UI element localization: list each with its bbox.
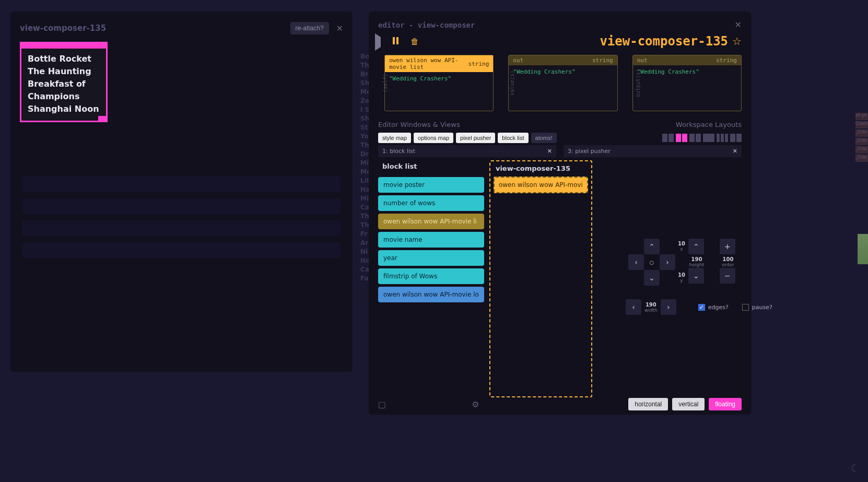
layout-option[interactable] xyxy=(662,134,674,142)
pixel-pusher-panel: ⌃ ⌄ ‹ › ○ 10x 10y ⌃ 190height ⌄ + 100ord… xyxy=(600,160,742,397)
palette-icon[interactable]: ⚙ xyxy=(472,399,479,409)
panel-tab[interactable]: 1: block list ✕ xyxy=(378,145,556,157)
width-value: 190 xyxy=(644,302,658,308)
center-indicator: ○ xyxy=(644,254,660,270)
sidebar-stub[interactable]: _Cras xyxy=(855,138,868,145)
layout-floating-button[interactable]: floating xyxy=(709,398,742,410)
layout-option[interactable] xyxy=(689,134,701,142)
layout-option[interactable] xyxy=(676,134,687,142)
inspector-card[interactable]: value(s) outstring "Wedding Crashers" xyxy=(508,55,617,111)
close-icon[interactable]: ✕ xyxy=(733,148,737,155)
block-list-item[interactable]: year xyxy=(378,250,484,266)
sidebar-stub[interactable]: _Cras xyxy=(855,130,868,137)
view-chip[interactable]: block list xyxy=(498,133,528,143)
close-icon[interactable]: ✕ xyxy=(735,20,742,30)
editor-panel: editor - view-composer ✕ 🗑 view-composer… xyxy=(369,11,751,415)
section-layouts-label: Workspace Layouts xyxy=(676,121,742,128)
block-list-item[interactable]: owen wilson wow API-movie li xyxy=(378,214,484,229)
layout-icons xyxy=(662,134,742,142)
ghost-field xyxy=(22,177,341,192)
block-list-title: block list xyxy=(378,160,484,174)
left-panel: view-composer-135 re-attach? ✕ Bottle Ro… xyxy=(10,11,353,372)
pause-label: pause? xyxy=(752,304,772,311)
selected-block-preview[interactable]: Bottle RocketThe HauntingBreakfast of Ch… xyxy=(20,42,108,122)
down-button[interactable]: ⌄ xyxy=(644,270,660,286)
block-list-item[interactable]: movie name xyxy=(378,232,484,248)
movie-item: Bottle Rocket xyxy=(28,53,101,65)
order-value: 100 xyxy=(718,256,738,262)
layout-horizontal-button[interactable]: horizontal xyxy=(628,398,668,410)
layout-option[interactable] xyxy=(717,134,728,142)
ghost-field xyxy=(22,242,341,258)
edges-checkbox[interactable]: ✓ xyxy=(698,304,705,311)
width-right-button[interactable]: › xyxy=(661,299,676,315)
right-edge-stubs: all yoCrash_Cras_Cras_Cras_Cras xyxy=(855,112,868,163)
panel-tab[interactable]: 3: pixel pusher ✕ xyxy=(564,145,742,157)
play-icon[interactable] xyxy=(375,37,383,45)
height-up-button[interactable]: ⌃ xyxy=(688,239,704,254)
drop-title: view-composer-135 xyxy=(494,164,588,177)
ghost-field xyxy=(22,220,341,236)
layout-vertical-button[interactable]: vertical xyxy=(672,398,705,410)
window-icon[interactable]: ▢ xyxy=(378,399,386,409)
panel-tab-label: 3: pixel pusher xyxy=(568,148,611,155)
block-list-item[interactable]: owen wilson wow API-movie lo xyxy=(378,287,484,302)
block-list-item[interactable]: movie poster xyxy=(378,177,484,193)
view-drop-zone[interactable]: view-composer-135 owen wilson wow API-mo… xyxy=(489,160,592,397)
up-button[interactable]: ⌃ xyxy=(644,239,660,254)
view-chip[interactable]: style map xyxy=(378,133,411,143)
reattach-button[interactable]: re-attach? xyxy=(290,22,329,34)
trash-icon[interactable]: 🗑 xyxy=(410,37,419,46)
dropped-block-chip[interactable]: owen wilson wow API-movi xyxy=(494,177,588,193)
right-thumbnail xyxy=(858,234,868,264)
x-value: 10 xyxy=(678,241,685,246)
close-icon[interactable]: ✕ xyxy=(336,23,343,33)
width-left-button[interactable]: ‹ xyxy=(626,299,641,315)
layout-option[interactable] xyxy=(703,134,714,142)
height-down-button[interactable]: ⌄ xyxy=(688,268,704,284)
y-value: 10 xyxy=(678,272,685,278)
order-plus-button[interactable]: + xyxy=(720,239,735,254)
editor-title: view-composer-135 xyxy=(600,34,728,49)
section-windows-label: Editor Windows & Views xyxy=(378,121,460,128)
sidebar-stub[interactable]: _Cras xyxy=(855,146,868,154)
pause-checkbox[interactable] xyxy=(742,304,749,311)
inspector-card[interactable]: output(s) outstring "Wedding Crashers" xyxy=(632,55,742,111)
block-list-item[interactable]: number of wows xyxy=(378,195,484,211)
left-header: view-composer-135 re-attach? ✕ xyxy=(20,18,343,42)
edges-label: edges? xyxy=(708,304,729,311)
inspector-card[interactable]: (self) owen wilson wow API-movie liststr… xyxy=(384,55,494,111)
view-chip[interactable]: pixel pusher xyxy=(456,133,495,143)
sidebar-stub[interactable]: all yo xyxy=(855,113,868,120)
height-value: 190 xyxy=(686,256,707,262)
right-button[interactable]: › xyxy=(660,254,675,270)
left-title: view-composer-135 xyxy=(20,23,106,33)
movie-item: The Haunting xyxy=(28,65,101,78)
close-icon[interactable]: ✕ xyxy=(547,148,552,155)
block-list-item[interactable]: filmstrip of Wows xyxy=(378,268,484,284)
movie-item: Shanghai Noon xyxy=(28,103,101,115)
editor-header: editor - view-composer xyxy=(378,21,475,29)
view-chip[interactable]: atoms! xyxy=(531,133,557,143)
sidebar-stub[interactable]: Crash xyxy=(855,121,868,128)
star-icon[interactable]: ☆ xyxy=(732,35,742,48)
panel-tab-label: 1: block list xyxy=(382,148,415,155)
movie-item: Breakfast of Champions xyxy=(28,78,101,103)
sidebar-stub[interactable]: _Cras xyxy=(855,155,868,162)
view-chip[interactable]: options map xyxy=(414,133,453,143)
order-minus-button[interactable]: − xyxy=(720,268,735,284)
pause-icon[interactable] xyxy=(393,37,401,45)
layout-option[interactable] xyxy=(730,134,742,142)
moon-icon[interactable]: ☾ xyxy=(850,462,861,475)
ghost-field xyxy=(22,198,341,214)
left-button[interactable]: ‹ xyxy=(628,254,644,270)
